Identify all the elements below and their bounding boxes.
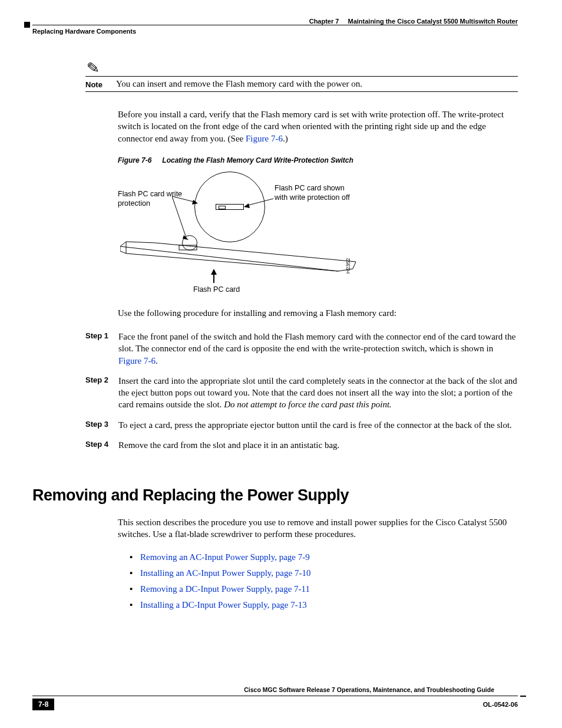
fig-label-bottom: Flash PC card xyxy=(193,285,240,294)
chapter-label: Chapter 7 xyxy=(309,18,339,25)
step-row: Step 2 Insert the card into the appropri… xyxy=(85,375,518,411)
step-row: Step 4 Remove the card from the slot and… xyxy=(85,439,518,451)
toc-link[interactable]: Removing a DC-Input Power Supply, page 7… xyxy=(140,584,310,594)
step-text: Remove the card from the slot and place … xyxy=(118,439,518,451)
fig-label-right: Flash PC card shown with write protectio… xyxy=(275,183,357,203)
intro-paragraph: Before you install a card, verify that t… xyxy=(118,108,518,144)
link-list: Removing an AC-Input Power Supply, page … xyxy=(130,552,518,610)
note-text: You can insert and remove the Flash memo… xyxy=(116,79,518,89)
section-intro: This section describes the procedure you… xyxy=(118,516,518,541)
leader-line-left-icon xyxy=(172,196,213,243)
toc-link[interactable]: Installing an AC-Input Power Supply, pag… xyxy=(140,568,310,578)
list-item: Removing an AC-Input Power Supply, page … xyxy=(130,552,518,562)
note-block: ✎ Note You can insert and remove the Fla… xyxy=(85,76,518,92)
svg-line-8 xyxy=(246,199,273,206)
list-item: Installing a DC-Input Power Supply, page… xyxy=(130,600,518,610)
note-pen-icon: ✎ xyxy=(86,58,101,78)
section-title: Replacing Hardware Components xyxy=(32,28,136,35)
step-label: Step 2 xyxy=(85,375,118,411)
step-row: Step 1 Face the front panel of the switc… xyxy=(85,331,518,367)
figure-link-2[interactable]: Figure 7-6 xyxy=(118,356,156,365)
step-label: Step 3 xyxy=(85,419,118,431)
steps-list: Step 1 Face the front panel of the switc… xyxy=(85,331,518,451)
step-row: Step 3 To eject a card, press the approp… xyxy=(85,419,518,431)
list-item: Installing an AC-Input Power Supply, pag… xyxy=(130,568,518,578)
toc-link[interactable]: Installing a DC-Input Power Supply, page… xyxy=(140,600,307,610)
leader-line-right-icon xyxy=(244,197,279,209)
switch-detail-icon xyxy=(216,204,244,210)
svg-marker-5 xyxy=(192,200,198,205)
step-label: Step 4 xyxy=(85,439,118,451)
svg-marker-9 xyxy=(244,203,250,208)
chapter-title: Maintaining the Cisco Catalyst 5500 Mult… xyxy=(348,18,518,25)
svg-line-2 xyxy=(120,246,338,271)
svg-line-6 xyxy=(172,196,186,238)
figure-code: H2352 xyxy=(345,258,351,274)
doc-id: OL-0542-06 xyxy=(483,701,518,708)
note-label: Note xyxy=(85,80,116,89)
step-label: Step 1 xyxy=(85,331,118,367)
step-text: Insert the card into the appropriate slo… xyxy=(118,375,518,411)
page-footer: Cisco MGC Software Release 7 Operations,… xyxy=(32,686,518,710)
page-number: 7-8 xyxy=(32,699,54,710)
figure-caption: Figure 7-6Locating the Flash Memory Card… xyxy=(118,156,518,164)
header-chapter: Chapter 7 Maintaining the Cisco Catalyst… xyxy=(309,18,518,25)
page-header: Chapter 7 Maintaining the Cisco Catalyst… xyxy=(32,18,518,35)
section-heading: Removing and Replacing the Power Supply xyxy=(32,486,518,505)
footer-doc-title: Cisco MGC Software Release 7 Operations,… xyxy=(32,686,518,693)
toc-link[interactable]: Removing an AC-Input Power Supply, page … xyxy=(140,552,310,562)
procedure-intro: Use the following procedure for installi… xyxy=(118,307,518,319)
step-text: To eject a card, press the appropriate e… xyxy=(118,419,518,431)
svg-marker-0 xyxy=(120,242,356,271)
flash-card-icon xyxy=(120,239,368,275)
figure-link-1[interactable]: Figure 7-6 xyxy=(246,134,283,143)
step-text: Face the front panel of the switch and h… xyxy=(118,331,518,367)
list-item: Removing a DC-Input Power Supply, page 7… xyxy=(130,584,518,594)
figure-diagram: Flash PC card write protection Flash PC … xyxy=(118,172,518,295)
svg-line-4 xyxy=(172,196,196,202)
